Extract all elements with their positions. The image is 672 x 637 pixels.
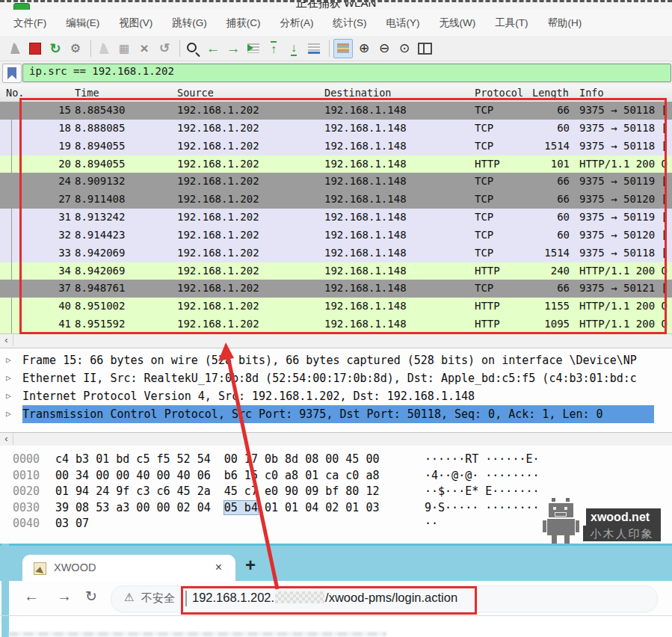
menu-item-5[interactable]: 分析(A) — [280, 16, 314, 30]
packet-row[interactable]: 188.888085192.168.1.202192.168.1.148TCP6… — [0, 120, 672, 138]
zoom-in-icon[interactable] — [355, 40, 373, 58]
colorize-icon[interactable] — [333, 39, 353, 58]
not-secure-label[interactable]: 不安全 — [141, 591, 175, 606]
cell-info: HTTP/1.1 200 O — [579, 156, 670, 173]
detail-text: Internet Protocol Version 4, Src: 192.16… — [22, 387, 475, 405]
packet-row[interactable]: 378.948761192.168.1.202192.168.1.148TCP6… — [0, 280, 672, 298]
cell-len: 1514 — [508, 138, 570, 156]
column-header-source[interactable]: Source — [177, 87, 214, 99]
packet-row[interactable]: 208.894055192.168.1.202192.168.1.148HTTP… — [0, 156, 672, 173]
menu-item-0[interactable]: 文件(F) — [13, 16, 46, 30]
tab-close-icon[interactable]: × — [215, 561, 222, 574]
expand-caret-icon[interactable]: ▷ — [6, 405, 11, 423]
cell-dst: 192.168.1.148 — [324, 120, 407, 138]
browser-left-edge — [1, 544, 9, 637]
hex-bytes[interactable]: c4 b3 01 bd c5 f5 52 54 00 17 0b 8d 08 0… — [55, 452, 379, 468]
scroll-left-icon[interactable]: ‹ — [0, 334, 13, 346]
menu-bar: 文件(F)编辑(E)视图(V)跳转(G)捕获(C)分析(A)统计(S)电话(Y)… — [0, 10, 672, 36]
forward-icon[interactable]: → — [57, 588, 72, 605]
menu-item-3[interactable]: 跳转(G) — [172, 16, 207, 30]
hex-bytes[interactable]: 39 08 53 a3 00 00 02 04 05 b4 01 01 04 0… — [55, 500, 380, 517]
hex-row[interactable]: 0000c4 b3 01 bd c5 f5 52 54 00 17 0b 8d … — [0, 452, 672, 468]
detail-line[interactable]: ▷Internet Protocol Version 4, Src: 192.1… — [0, 387, 672, 405]
menu-item-8[interactable]: 无线(W) — [440, 16, 476, 30]
reload-icon[interactable] — [155, 40, 173, 58]
goto-icon[interactable] — [244, 40, 262, 58]
hex-bytes[interactable]: 01 94 24 9f c3 c6 45 2a 45 c7 e0 90 09 b… — [55, 484, 379, 500]
packet-row[interactable]: 198.894055192.168.1.202192.168.1.148TCP1… — [0, 138, 672, 156]
options-icon[interactable] — [67, 40, 84, 58]
bottom-icon[interactable] — [285, 40, 303, 58]
packet-row[interactable]: 248.909132192.168.1.202192.168.1.148TCP6… — [0, 173, 672, 191]
cell-dst: 192.168.1.148 — [324, 262, 407, 280]
restart-icon[interactable] — [46, 40, 64, 58]
details-hscrollbar[interactable]: ‹ — [0, 432, 672, 447]
packet-row[interactable]: 348.942069192.168.1.202192.168.1.148HTTP… — [0, 262, 672, 280]
not-secure-warning-icon[interactable]: ⚠ — [124, 591, 134, 604]
back-icon[interactable] — [204, 40, 222, 58]
packet-row[interactable]: 328.914423192.168.1.202192.168.1.148TCP6… — [0, 227, 672, 244]
hex-row[interactable]: 001000 34 00 00 40 00 40 06 b6 15 c0 a8 … — [0, 468, 672, 484]
packet-row[interactable]: 278.911408192.168.1.202192.168.1.148TCP6… — [0, 191, 672, 209]
back-icon[interactable]: ← — [24, 588, 39, 605]
browser-tab[interactable]: XWOOD × — [22, 555, 235, 583]
expand-caret-icon[interactable]: ▷ — [6, 369, 11, 387]
cell-dst: 192.168.1.148 — [324, 156, 407, 173]
packet-row[interactable]: 158.885430192.168.1.202192.168.1.148TCP6… — [0, 102, 672, 120]
url-text[interactable]: 192.168.1.202./xwood-pms/login.action — [192, 591, 457, 605]
zoom-out-icon[interactable] — [375, 40, 393, 58]
save-icon[interactable] — [115, 40, 133, 58]
cell-info: HTTP/1.1 200 O — [579, 316, 670, 333]
find-icon[interactable] — [184, 40, 202, 58]
column-header-length[interactable]: Length — [532, 87, 569, 99]
menu-item-4[interactable]: 捕获(C) — [226, 16, 261, 30]
expand-caret-icon[interactable]: ▷ — [6, 351, 11, 369]
packet-list[interactable]: 158.885430192.168.1.202192.168.1.148TCP6… — [0, 102, 672, 333]
packet-row[interactable]: 318.913242192.168.1.202192.168.1.148TCP6… — [0, 209, 672, 227]
filter-bookmark-button[interactable] — [2, 64, 22, 83]
forward-icon[interactable] — [224, 40, 242, 58]
reload-icon[interactable]: ↻ — [85, 588, 97, 605]
stop-icon[interactable] — [26, 40, 44, 58]
menu-item-7[interactable]: 电话(Y) — [386, 16, 420, 30]
detail-line[interactable]: ▷Ethernet II, Src: RealtekU_17:0b:8d (52… — [0, 369, 672, 387]
robot-icon — [543, 498, 582, 544]
packet-list-hscrollbar[interactable]: ‹ — [0, 333, 672, 348]
column-header-info[interactable]: Info — [579, 87, 604, 99]
column-header-time[interactable]: Time — [75, 87, 99, 99]
close-icon[interactable] — [135, 40, 153, 58]
cell-no: 33 — [22, 244, 71, 262]
fin-icon[interactable] — [6, 40, 24, 58]
top-icon[interactable] — [265, 40, 283, 58]
open-icon[interactable] — [95, 40, 113, 58]
hex-bytes[interactable]: 03 07 — [55, 516, 89, 532]
xwood-watermark: xwood.net 小木人印象 — [541, 496, 661, 544]
hex-bytes[interactable]: 00 34 00 00 40 00 40 06 b6 15 c0 a8 01 c… — [55, 468, 379, 484]
hex-highlighted-bytes[interactable]: 05 b4 — [224, 501, 258, 514]
expand-caret-icon[interactable]: ▷ — [6, 387, 11, 405]
column-header-destination[interactable]: Destination — [324, 87, 391, 99]
hex-ascii: ··$···E* E······· — [425, 484, 540, 500]
menu-item-1[interactable]: 编辑(E) — [66, 16, 99, 30]
packet-list-header[interactable]: No. Time Source Destination Protocol Len… — [0, 84, 672, 102]
packet-row[interactable]: 408.951002192.168.1.202192.168.1.148HTTP… — [0, 298, 672, 316]
menu-item-10[interactable]: 帮助(H) — [547, 16, 582, 30]
menu-item-2[interactable]: 视图(V) — [119, 16, 152, 30]
cell-src: 192.168.1.202 — [177, 227, 259, 244]
scroll-left-icon[interactable]: ‹ — [0, 433, 13, 445]
address-bar[interactable]: ⚠ 不安全 192.168.1.202./xwood-pms/login.act… — [111, 585, 658, 612]
packet-row[interactable]: 338.942069192.168.1.202192.168.1.148TCP1… — [0, 244, 672, 262]
packet-details-pane[interactable]: ▷Frame 15: 66 bytes on wire (528 bits), … — [0, 348, 672, 432]
column-header-protocol[interactable]: Protocol — [475, 87, 523, 99]
zoom-orig-icon[interactable] — [395, 40, 413, 58]
menu-item-9[interactable]: 工具(T) — [495, 16, 528, 30]
packet-row[interactable]: 418.951592192.168.1.202192.168.1.148HTTP… — [0, 316, 672, 333]
menu-item-6[interactable]: 统计(S) — [333, 16, 367, 30]
resize-cols-icon[interactable] — [416, 40, 434, 58]
column-header-no[interactable]: No. — [6, 87, 24, 99]
detail-line[interactable]: ▷Frame 15: 66 bytes on wire (528 bits), … — [0, 351, 672, 369]
new-tab-button[interactable]: + — [245, 555, 256, 576]
autoscroll-icon[interactable] — [305, 40, 323, 58]
display-filter-input[interactable]: ip.src == 192.168.1.202 — [22, 64, 671, 82]
detail-line[interactable]: ▷Transmission Control Protocol, Src Port… — [0, 405, 672, 423]
